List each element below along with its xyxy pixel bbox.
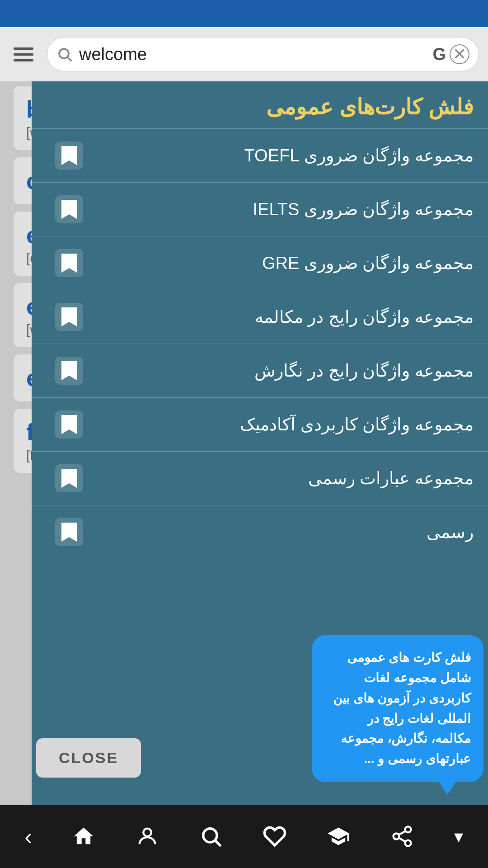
bookmark-icon (61, 469, 77, 488)
bookmark-icon-container (55, 142, 83, 170)
clear-icon: ✕ (453, 45, 466, 64)
modal-title-row: فلش کارت‌های عمومی (32, 81, 488, 128)
google-search-button[interactable]: G (432, 45, 446, 64)
flashcard-item-ielts[interactable]: مجموعه واژگان ضروری IELTS (32, 182, 488, 236)
bookmark-icon-container (55, 410, 83, 439)
flashcard-item-label: رسمی (83, 522, 474, 542)
bottom-nav: ‹ ▾ (0, 805, 488, 868)
bookmark-icon-container (55, 518, 83, 546)
svg-line-8 (399, 838, 406, 842)
svg-line-9 (399, 831, 406, 835)
search-icon (56, 46, 73, 62)
flashcard-item-formal-phrases[interactable]: مجموعه عبارات رسمی (32, 451, 488, 505)
svg-point-3 (203, 829, 217, 842)
bookmark-icon-container (55, 357, 83, 385)
bookmark-icon (61, 523, 77, 542)
tooltip-bubble: فلش کارت های عمومی شامل مجموعه لغات کارب… (312, 635, 483, 782)
flashcard-item-label: مجموعه واژگان رایج در نگارش (83, 361, 474, 381)
bookmark-icon-container (55, 249, 83, 277)
nav-back-button[interactable]: ‹ (20, 820, 37, 854)
svg-point-7 (405, 840, 411, 846)
svg-point-2 (144, 829, 151, 836)
hamburger-menu-button[interactable] (9, 43, 38, 66)
bookmark-icon (61, 361, 77, 380)
svg-point-6 (394, 834, 399, 840)
svg-point-0 (59, 49, 69, 58)
nav-more-button[interactable]: ▾ (450, 821, 468, 851)
nav-search-button[interactable] (195, 820, 227, 853)
bookmark-icon-container (55, 303, 83, 331)
home-icon (72, 825, 95, 848)
heart-icon (263, 825, 286, 848)
flashcard-item-writing[interactable]: مجموعه واژگان رایج در نگارش (32, 344, 488, 397)
nav-user-button[interactable] (131, 820, 164, 853)
bookmark-icon (61, 254, 77, 273)
flashcard-item-label: مجموعه واژگان کاربردی آکادمیک (83, 415, 474, 434)
bookmark-icon (61, 307, 77, 326)
flashcard-item-label: مجموعه عبارات رسمی (83, 468, 474, 488)
svg-line-4 (216, 841, 221, 846)
flashcard-item-toefl[interactable]: مجموعه واژگان ضروری TOEFL (32, 128, 488, 182)
close-button[interactable]: CLOSE (36, 738, 141, 778)
google-icon: G (432, 45, 446, 64)
flashcard-item-conversation[interactable]: مجموعه واژگان رایج در مکالمه (32, 290, 488, 344)
clear-search-button[interactable]: ✕ (450, 44, 469, 64)
flashcard-item-label: مجموعه واژگان ضروری TOEFL (83, 146, 474, 165)
flashcard-item-gre[interactable]: مجموعه واژگان ضروری GRE (32, 236, 488, 290)
hamburger-line (14, 47, 33, 50)
share-icon (390, 825, 414, 848)
graduation-icon (327, 825, 350, 848)
chevron-down-icon: ▾ (454, 826, 463, 847)
nav-share-button[interactable] (386, 820, 418, 853)
search2-icon (199, 825, 223, 848)
flashcard-item-formal2[interactable]: رسمی (32, 505, 488, 559)
user-icon (136, 825, 159, 848)
hamburger-line (14, 59, 33, 61)
tooltip-text: فلش کارت های عمومی شامل مجموعه لغات کارب… (324, 648, 471, 769)
bookmark-icon-container (55, 464, 83, 492)
bookmark-icon (61, 200, 77, 219)
modal-title: فلش کارت‌های عمومی (266, 95, 474, 119)
flashcard-item-label: مجموعه واژگان رایج در مکالمه (83, 307, 474, 327)
svg-point-5 (405, 826, 411, 832)
svg-line-1 (68, 57, 71, 61)
bookmark-icon-container (55, 195, 83, 223)
flashcard-item-label: مجموعه واژگان ضروری GRE (83, 253, 474, 273)
status-bar (0, 0, 488, 27)
bookmark-icon (61, 415, 77, 434)
back-icon: ‹ (25, 824, 32, 849)
search-input[interactable] (79, 45, 428, 64)
bookmark-icon (61, 146, 77, 165)
nav-favorites-button[interactable] (258, 820, 291, 853)
flashcard-item-academic[interactable]: مجموعه واژگان کاربردی آکادمیک (32, 397, 488, 451)
nav-learn-button[interactable] (322, 820, 355, 853)
hamburger-line (14, 53, 33, 56)
flashcard-item-label: مجموعه واژگان ضروری IELTS (83, 199, 474, 219)
nav-home-button[interactable] (67, 820, 100, 853)
search-bar: G ✕ (47, 37, 479, 71)
toolbar: G ✕ (0, 27, 488, 81)
